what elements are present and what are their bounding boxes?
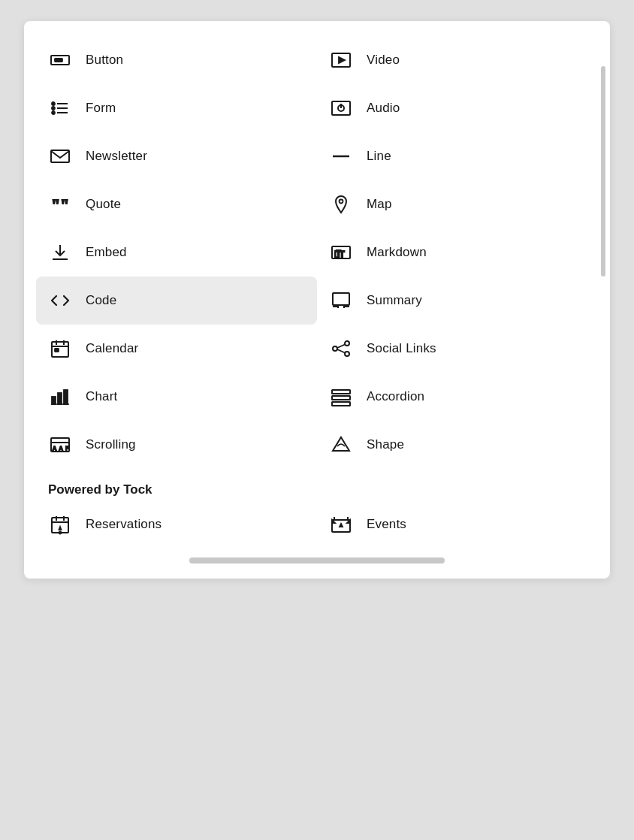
block-item-events[interactable]: Events <box>317 500 598 548</box>
block-item-shape-label: Shape <box>367 437 404 452</box>
vertical-scrollbar[interactable] <box>601 66 605 276</box>
svg-text:": " <box>60 195 69 214</box>
block-grid: Button Video <box>24 36 610 469</box>
block-picker-panel: Button Video <box>24 21 610 579</box>
block-item-newsletter-label: Newsletter <box>86 149 147 164</box>
svg-point-34 <box>345 341 349 346</box>
svg-rect-40 <box>58 393 62 404</box>
block-item-button-label: Button <box>86 53 123 68</box>
newsletter-icon <box>48 146 72 167</box>
svg-line-38 <box>337 349 345 353</box>
block-item-map[interactable]: Map <box>317 180 598 228</box>
svg-point-17 <box>340 200 343 204</box>
audio-icon <box>329 98 353 119</box>
map-icon <box>329 194 353 215</box>
svg-rect-39 <box>52 397 56 404</box>
svg-marker-56 <box>340 524 343 527</box>
block-item-newsletter[interactable]: Newsletter <box>36 132 317 180</box>
block-item-video[interactable]: Video <box>317 36 598 84</box>
svg-point-4 <box>52 102 55 105</box>
svg-rect-24 <box>333 293 349 305</box>
block-item-shape[interactable]: Shape <box>317 421 598 469</box>
svg-text:⌷T: ⌷T <box>334 249 345 258</box>
block-item-code-label: Code <box>86 293 116 308</box>
block-item-button[interactable]: Button <box>36 36 317 84</box>
quote-icon: " " <box>48 194 72 215</box>
reservations-icon <box>48 514 72 535</box>
svg-rect-41 <box>64 390 68 404</box>
block-item-reservations[interactable]: Reservations <box>36 500 317 548</box>
svg-text:": " <box>51 195 60 214</box>
block-item-embed[interactable]: Embed <box>36 228 317 276</box>
svg-rect-43 <box>332 390 350 394</box>
svg-marker-53 <box>59 527 62 530</box>
block-item-social-links[interactable]: Social Links <box>317 325 598 373</box>
svg-text:A A F: A A F <box>53 446 70 451</box>
block-item-embed-label: Embed <box>86 245 127 260</box>
svg-point-35 <box>333 346 337 351</box>
svg-point-8 <box>52 111 55 114</box>
calendar-icon <box>48 338 72 359</box>
svg-marker-3 <box>339 57 345 63</box>
line-icon <box>329 146 353 167</box>
block-item-code[interactable]: Code <box>36 276 317 325</box>
svg-rect-33 <box>55 349 59 352</box>
block-item-markdown[interactable]: T ⌷T Markdown <box>317 228 598 276</box>
block-item-social-links-label: Social Links <box>367 341 436 356</box>
section-header-tock: Powered by Tock <box>24 469 610 500</box>
block-item-quote[interactable]: " " Quote <box>36 180 317 228</box>
block-item-audio-label: Audio <box>367 101 400 116</box>
block-item-accordion[interactable]: Accordion <box>317 373 598 421</box>
button-icon <box>48 50 72 71</box>
block-item-calendar[interactable]: Calendar <box>36 325 317 373</box>
block-item-markdown-label: Markdown <box>367 245 427 260</box>
social-links-icon <box>329 338 353 359</box>
block-item-events-label: Events <box>367 517 406 532</box>
svg-point-54 <box>59 532 62 534</box>
block-item-quote-label: Quote <box>86 197 121 212</box>
block-item-form[interactable]: Form <box>36 84 317 132</box>
block-item-chart[interactable]: Chart <box>36 373 317 421</box>
scrolling-icon: A A F <box>48 434 72 455</box>
block-item-calendar-label: Calendar <box>86 341 138 356</box>
svg-rect-1 <box>55 59 62 62</box>
events-icon <box>329 514 353 535</box>
block-item-accordion-label: Accordion <box>367 389 424 404</box>
block-item-scrolling[interactable]: A A F Scrolling <box>36 421 317 469</box>
tock-grid: Reservations Events <box>24 500 610 548</box>
shape-icon <box>329 434 353 455</box>
block-item-map-label: Map <box>367 197 392 212</box>
horizontal-scrollbar[interactable] <box>189 557 445 564</box>
block-item-line-label: Line <box>367 149 391 164</box>
video-icon <box>329 50 353 71</box>
block-item-video-label: Video <box>367 53 400 68</box>
block-item-summary-label: Summary <box>367 293 422 308</box>
markdown-icon: T ⌷T <box>329 242 353 263</box>
block-item-scrolling-label: Scrolling <box>86 437 136 452</box>
code-icon <box>48 290 72 311</box>
block-item-audio[interactable]: Audio <box>317 84 598 132</box>
block-item-chart-label: Chart <box>86 389 117 404</box>
svg-rect-13 <box>51 150 69 162</box>
svg-point-36 <box>345 352 349 356</box>
block-item-reservations-label: Reservations <box>86 517 162 532</box>
svg-point-6 <box>52 107 55 110</box>
block-item-summary[interactable]: Summary <box>317 276 598 325</box>
chart-icon <box>48 386 72 407</box>
svg-rect-45 <box>332 402 350 406</box>
svg-rect-44 <box>332 396 350 400</box>
accordion-icon <box>329 386 353 407</box>
summary-icon <box>329 290 353 311</box>
form-icon <box>48 98 72 119</box>
block-item-line[interactable]: Line <box>317 132 598 180</box>
embed-icon <box>48 242 72 263</box>
svg-line-37 <box>337 345 345 349</box>
block-item-form-label: Form <box>86 101 116 116</box>
